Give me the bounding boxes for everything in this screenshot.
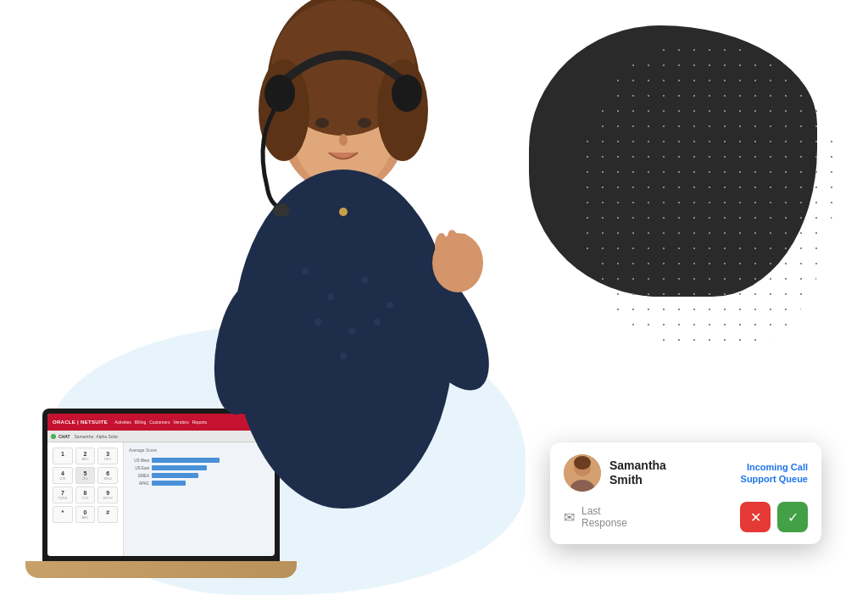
svg-point-26 bbox=[264, 75, 295, 112]
caller-name-toolbar: Samantha bbox=[75, 434, 94, 439]
card-caller-firstname: Samantha bbox=[609, 459, 666, 473]
svg-point-11 bbox=[302, 268, 309, 275]
svg-point-8 bbox=[339, 134, 348, 146]
accept-button[interactable]: ✓ bbox=[777, 502, 808, 532]
svg-point-16 bbox=[348, 327, 355, 334]
decline-button[interactable]: ✕ bbox=[740, 502, 771, 532]
svg-point-13 bbox=[361, 276, 368, 283]
svg-point-12 bbox=[327, 293, 334, 300]
dialpad-key-3[interactable]: 3 DEF bbox=[97, 448, 118, 464]
dialpad-panel[interactable]: 1 2 ABC 3 DEF 4 GHI bbox=[47, 442, 124, 556]
card-caller-lastname: Smith bbox=[609, 473, 666, 487]
call-queue-label: Support Queue bbox=[741, 473, 808, 485]
card-person-info: Samantha Smith bbox=[564, 454, 666, 492]
dialpad-key-star[interactable]: * bbox=[53, 506, 73, 523]
agent-person bbox=[136, 0, 559, 593]
avatar bbox=[564, 454, 601, 492]
last-response-text-block: Last Response bbox=[581, 505, 627, 529]
last-response-sublabel: Response bbox=[581, 517, 627, 529]
nav-activities[interactable]: Activities bbox=[114, 420, 131, 425]
svg-point-15 bbox=[314, 319, 321, 325]
dialpad-key-6[interactable]: 6 MNO bbox=[97, 467, 118, 484]
svg-point-17 bbox=[374, 319, 381, 325]
dialpad-key-7[interactable]: 7 PQRS bbox=[53, 487, 73, 503]
dialpad-key-hash[interactable]: # bbox=[97, 506, 118, 523]
dialpad-key-8[interactable]: 8 TUV bbox=[75, 487, 96, 503]
dialpad-grid: 1 2 ABC 3 DEF 4 GHI bbox=[53, 448, 118, 523]
dialpad-key-5[interactable]: 5 JKL bbox=[75, 467, 96, 484]
svg-point-6 bbox=[315, 118, 329, 128]
dialpad-key-0[interactable]: 0 ABC bbox=[75, 506, 96, 523]
svg-point-19 bbox=[339, 208, 348, 216]
dialpad-key-2[interactable]: 2 ABC bbox=[75, 448, 96, 464]
svg-point-18 bbox=[340, 353, 347, 359]
svg-point-7 bbox=[358, 118, 371, 128]
dialpad-key-1[interactable]: 1 bbox=[53, 448, 73, 464]
incoming-call-card: Samantha Smith Incoming Call Support Que… bbox=[550, 442, 821, 544]
card-footer: ✉ Last Response ✕ ✓ bbox=[564, 502, 808, 532]
svg-point-14 bbox=[387, 302, 393, 309]
status-indicator bbox=[51, 434, 56, 439]
card-call-info: Incoming Call Support Queue bbox=[741, 461, 808, 486]
email-icon: ✉ bbox=[564, 509, 575, 525]
company-name-toolbar: Alpha Solar bbox=[96, 434, 118, 439]
chat-label: CHAT bbox=[58, 434, 70, 439]
svg-point-28 bbox=[273, 203, 290, 217]
dialpad-key-9[interactable]: 9 WXYZ bbox=[97, 487, 118, 503]
card-actions: ✕ ✓ bbox=[740, 502, 808, 532]
call-type-label: Incoming Call bbox=[741, 461, 808, 473]
svg-point-31 bbox=[574, 456, 591, 470]
dialpad-key-4[interactable]: 4 GHI bbox=[53, 467, 73, 484]
svg-point-27 bbox=[392, 75, 422, 112]
dot-pattern-bg bbox=[580, 42, 834, 348]
last-response-section: ✉ Last Response bbox=[564, 505, 627, 529]
netsuite-logo: ORACLE | NETSUITE bbox=[53, 420, 108, 425]
last-response-label: Last bbox=[581, 505, 627, 517]
card-header: Samantha Smith Incoming Call Support Que… bbox=[564, 454, 808, 492]
card-name-block: Samantha Smith bbox=[609, 459, 666, 487]
